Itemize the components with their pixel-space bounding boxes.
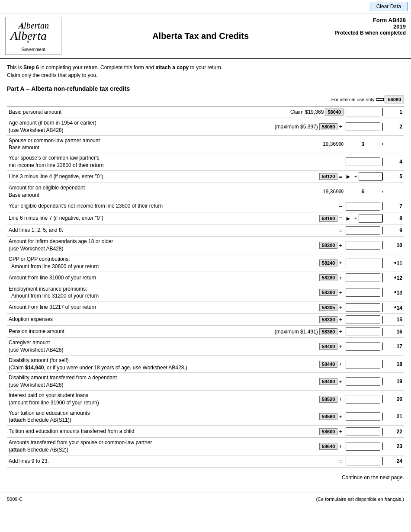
row12-line: •12 [382,273,404,282]
row20-code: 58520 [319,396,338,403]
logo-subtitle: Government [21,47,45,52]
row-21: Your tuition and education amounts(attac… [7,408,404,426]
row22-field[interactable] [346,427,380,436]
top-bar: Clear Data [0,0,411,13]
intro-line1: This is Step 6 in completing your return… [7,64,404,71]
row12-plus: + [339,275,342,281]
row15-field[interactable] [346,315,380,324]
row11-mid: 58240 + [222,260,344,266]
row5-desc: Line 3 minus line 4 (if negative, enter … [7,172,222,182]
row-11: CPP or QPP contributions: Amount from li… [7,254,404,272]
row10-line: 10 [382,241,404,249]
row10-desc: Amount for infirm dependants age 18 or o… [7,237,222,254]
row4-input [344,157,382,166]
row11-code: 58240 [319,260,338,266]
row21-field[interactable] [346,412,380,421]
row22-mid: 58600 + [222,428,344,435]
row19-desc: Disability amount transferred from a dep… [7,373,222,390]
row16-field[interactable] [346,327,380,336]
internal-use-box [376,98,384,101]
row11-plus: + [339,260,342,266]
form-year: 2019 [334,23,406,30]
row11-field[interactable] [346,259,380,267]
row24-mid: = [222,458,344,465]
row8-field[interactable] [359,214,382,223]
row24-input [344,457,382,465]
row3-num: 3 [344,141,382,147]
row14-input [344,303,382,312]
row14-code: 58305 [319,304,338,311]
row19-field[interactable] [346,377,380,386]
row9-desc: Add lines 1, 2, 5, and 8. [7,225,222,235]
row6-value: 19,369 [323,189,339,195]
row7-line: 7 [382,202,404,210]
row10-mid: 58200 + [222,242,344,249]
form-section: For internal use only 56080 Basic person… [0,94,411,468]
row9-mid: = [222,227,344,234]
row15-input [344,315,382,324]
row20-line: 20 [382,395,404,403]
row3-line [382,143,404,145]
row11-input [344,259,382,267]
row2-field[interactable] [346,122,380,131]
row6-num: 6 [344,188,382,195]
row21-line: 21 [382,413,404,420]
row23-field[interactable] [346,442,380,451]
row8-plus: + [354,215,358,221]
row4-field[interactable] [346,157,380,166]
footer-form-code: 5009-C [7,497,22,502]
row5-arrow: ► [345,173,351,180]
row13-field[interactable] [346,288,380,297]
row4-minus: – [339,158,342,165]
row22-code: 58600 [319,428,338,435]
logo-section: 𝐀lbertаn Alberta n Government [5,17,61,55]
row23-code: 58640 [319,443,338,450]
row-5: Line 3 minus line 4 (if negative, enter … [7,171,404,183]
row22-desc: Tuition and education amounts transferre… [7,426,222,436]
row2-code: 58080 [319,123,338,130]
row7-field[interactable] [346,202,380,211]
row2-max-label: (maximum $5,397) [275,124,318,130]
row16-mid: (maximum $1,491) 58360 + [222,328,344,335]
row18-field[interactable] [346,360,380,369]
row-1: Basic personal amount Claim $19,369 5804… [7,106,404,118]
internal-use-code: 56080 [385,96,404,103]
row16-desc: Pension income amount [7,327,222,337]
row6-desc: Amount for an eligible dependantBase amo… [7,183,222,200]
row7-minus: – [339,203,342,209]
row-18: Disability amount (for self)(Claim $14,9… [7,356,404,373]
row18-plus: + [339,361,342,367]
row3-cents: 00 [339,142,344,147]
row17-line: 17 [382,343,404,350]
row18-code: 58440 [319,361,338,368]
row20-field[interactable] [346,395,380,404]
internal-use-label: For internal use only [331,97,375,102]
row16-max-label: (maximum $1,491) [275,329,318,335]
row24-field[interactable] [346,457,380,465]
row4-desc: Your spouse's or common-law partner'snet… [7,153,222,170]
row16-input [344,327,382,336]
row12-field[interactable] [346,273,380,282]
row24-line: 24 [382,457,404,465]
row9-field[interactable] [346,226,380,235]
row23-desc: Amounts transferred from your spouse or … [7,438,222,455]
row9-input [344,226,382,235]
row12-desc: Amount from line 31000 of your return [7,273,222,283]
logo-svg: Alberta n [10,28,57,45]
row21-code: 58560 [319,413,338,420]
row15-mid: 58330 + [222,316,344,323]
row18-mid: 58440 + [222,361,344,368]
row14-field[interactable] [346,303,380,312]
row10-field[interactable] [346,241,380,250]
row-6: Amount for an eligible dependantBase amo… [7,183,404,201]
row20-plus: + [339,396,342,402]
row1-code: 58040 [325,109,344,115]
row17-field[interactable] [346,342,380,351]
row-14: Amount from line 31217 of your return 58… [7,301,404,314]
row1-field[interactable] [346,108,380,116]
row5-field[interactable] [359,172,382,181]
clear-data-button[interactable]: Clear Data [370,2,408,11]
row21-desc: Your tuition and education amounts(attac… [7,408,222,426]
row14-desc: Amount from line 31217 of your return [7,302,222,312]
row13-input [344,288,382,297]
